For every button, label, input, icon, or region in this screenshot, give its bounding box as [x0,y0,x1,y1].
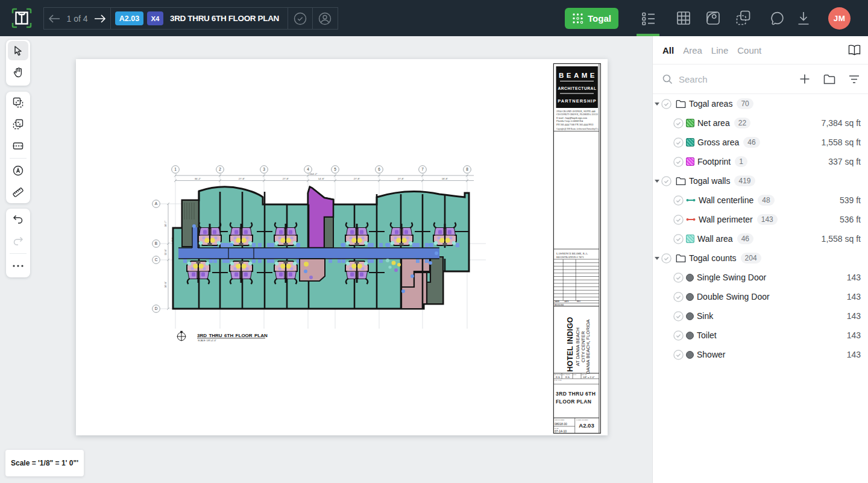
svg-text:30'-8": 30'-8" [164,281,167,288]
svg-text:A2.03: A2.03 [579,422,594,429]
svg-text:27'-8": 27'-8" [283,177,289,180]
svg-text:244'-2": 244'-2" [310,172,318,175]
svg-text:1: 1 [174,167,177,171]
svg-text:27'-8": 27'-8" [354,177,360,180]
svg-text:6: 6 [378,167,380,171]
svg-text:R.S.: R.S. [565,376,570,379]
svg-text:CHK: CHK [573,374,577,376]
svg-text:1/8" = 1'-0": 1/8" = 1'-0" [583,376,595,379]
svg-text:DATE: DATE [564,300,568,303]
svg-text:Copyright @ 2008 Beame Archit: Copyright @ 2008 Beame Architectural Par… [556,128,599,130]
svg-text:Florida Corp AA0002364: Florida Corp AA0002364 [556,119,583,122]
svg-text:11'-8": 11'-8" [164,248,167,255]
svg-text:36'-2": 36'-2" [195,177,201,180]
svg-text:HOTEL INDIGO: HOTEL INDIGO [566,317,574,371]
svg-text:08018.00: 08018.00 [555,422,567,426]
svg-text:B: B [155,241,157,245]
svg-text:NAME: NAME [555,300,559,303]
svg-text:C: C [155,257,158,262]
svg-text:3: 3 [263,167,265,171]
svg-text:PARTNERSHIP: PARTNERSHIP [558,98,597,104]
svg-text:07-14-10: 07-14-10 [555,429,567,433]
svg-text:5: 5 [334,167,336,171]
svg-text:ARCHITECTURAL: ARCHITECTURAL [558,86,596,90]
svg-text:R.S.: R.S. [556,376,561,379]
svg-text:27'-8": 27'-8" [239,177,245,180]
svg-text:3RD THRU 6TH FLOOR PLAN: 3RD THRU 6TH FLOOR PLAN [197,333,268,338]
svg-text:18'-8": 18'-8" [442,177,448,180]
svg-text:8: 8 [466,167,468,171]
svg-text:3RD THRU 6TH: 3RD THRU 6TH [556,391,596,397]
svg-text:SCALE: 1/8"=1'-0": SCALE: 1/8"=1'-0" [198,339,217,342]
svg-text:PH 305.444.7100 FX 305.444.9: PH 305.444.7100 FX 305.444.9933 [556,123,593,126]
svg-text:4: 4 [307,167,309,171]
svg-text:DANIA BEACH, FLORIDA: DANIA BEACH, FLORIDA [585,319,591,374]
svg-text:D: D [155,306,158,311]
svg-text:2: 2 [219,167,221,171]
svg-text:CAD. FILE: CAD. FILE [554,379,561,381]
svg-text:BEAME: BEAME [559,72,597,79]
svg-text:REGISTRATION # 7871: REGISTRATION # 7871 [556,256,584,259]
svg-text:FLOOR PLAN: FLOOR PLAN [556,399,591,405]
svg-text:7: 7 [421,167,424,171]
svg-text:27'-8": 27'-8" [398,177,404,180]
svg-text:REV.: REV. [577,300,580,303]
svg-text:E-mail : bap@bapdesign.com: E-mail : bap@bapdesign.com [556,116,588,119]
svg-text:REVISIONS: REVISIONS [555,304,564,306]
svg-text:SHEET NUMBER: SHEET NUMBER [576,419,588,421]
svg-text:JOB NUMBER: JOB NUMBER [555,419,565,421]
svg-text:A: A [155,201,158,206]
svg-text:30'-7": 30'-7" [164,220,167,227]
svg-text:14'-8": 14'-8" [318,177,325,180]
